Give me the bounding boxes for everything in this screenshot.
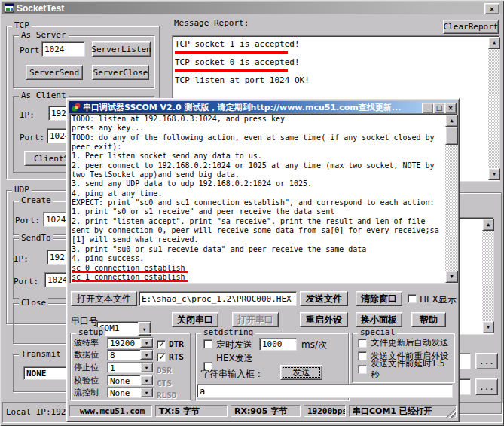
server-close-button[interactable]: ServerClose <box>92 65 149 80</box>
small-panel-button[interactable]: 换小面板 <box>356 312 402 327</box>
setdstring-group-label: setdstring <box>201 327 255 338</box>
sscom-maximize-button[interactable]: □ <box>433 103 445 114</box>
client-ip-label: IP: <box>20 110 35 120</box>
sscom-close-button[interactable]: × <box>444 103 457 114</box>
scroll-up-icon[interactable]: ▲ <box>488 37 500 49</box>
sockettest-titlebar[interactable]: SocketTest × <box>2 2 502 14</box>
send-data-scrollbar[interactable]: ▲ ▼ <box>482 219 493 333</box>
file-path-input[interactable] <box>139 291 297 306</box>
port-open-status: 串口COM1 已经打开 <box>349 405 457 417</box>
open-text-file-button[interactable]: 打开文本文件 <box>71 291 137 306</box>
udp-sendto-label: SendTo <box>19 233 53 244</box>
com-port-label: 串口号 <box>71 315 98 328</box>
rts-checkbox[interactable] <box>157 353 166 362</box>
terminal-line: TODO: do any of the following action, ev… <box>72 133 444 143</box>
browse-button-1[interactable]: ... <box>475 353 498 369</box>
server-send-button[interactable]: ServerSend <box>26 65 83 80</box>
setup-row-value: 8 <box>110 351 141 360</box>
client-port-label: Port: <box>20 133 44 143</box>
string-input-label: 字符串输入框： <box>200 368 264 381</box>
dtr-row[interactable]: DTR <box>157 339 184 349</box>
terminal-area[interactable]: TODO: listen at 192.168.0.3:1024, and pr… <box>69 113 458 284</box>
setup-row-value: None <box>110 376 141 386</box>
scroll-down-icon[interactable]: ▼ <box>482 321 494 333</box>
special-option[interactable]: 发送文件前延时1.5秒 <box>353 363 454 376</box>
setup-row-combobox[interactable]: None▼ <box>107 375 154 386</box>
setup-row-label: 波特率 <box>74 337 107 348</box>
red-underline <box>175 51 288 54</box>
sockettest-close-button[interactable]: × <box>484 3 499 14</box>
setup-row-value: 1 <box>110 363 141 373</box>
chevron-down-icon[interactable]: ▼ <box>140 388 153 397</box>
setup-row-label: 流控制 <box>74 387 107 398</box>
special-option[interactable]: 文件更新后自动发送 <box>353 336 454 350</box>
send-button[interactable]: 发送 <box>280 365 322 380</box>
special-group: special 文件更新后自动发送发送文件前重启外设发送文件前延时1.5秒 <box>352 333 454 382</box>
transmit-protocol-input[interactable] <box>23 366 69 380</box>
chevron-down-icon[interactable]: ▼ <box>140 375 153 385</box>
timed-send-label: 定时发送 <box>216 339 252 351</box>
setup-row-combobox[interactable]: 8▼ <box>107 349 154 360</box>
setup-row: 数据位8▼ <box>71 349 157 362</box>
scroll-down-icon[interactable]: ▼ <box>488 168 500 180</box>
setup-row-value: 19200 <box>110 339 141 348</box>
interval-unit-label: ms/次 <box>301 339 327 351</box>
hex-display-label: HEX显示 <box>420 293 457 306</box>
clear-window-button[interactable]: 清除窗口 <box>356 291 402 306</box>
scroll-up-icon[interactable]: ▲ <box>482 219 494 231</box>
restart-peripheral-button[interactable]: 重启外设 <box>300 312 348 327</box>
help-button[interactable]: 帮助 <box>411 312 446 327</box>
close-port-button[interactable]: 关闭串口 <box>172 312 218 327</box>
terminal-scrollbar[interactable]: ▲ ▼ <box>445 115 457 283</box>
terminal-line: 3. print "su0 or su1 recevie data" and p… <box>72 245 444 254</box>
chevron-down-icon[interactable]: ▼ <box>140 350 153 360</box>
message-report-label: Message Report: <box>174 18 249 28</box>
send-interval-input[interactable] <box>259 338 297 351</box>
message-item[interactable]: TCP listen at port 1024 OK! <box>173 74 487 86</box>
scrollbar-thumb[interactable] <box>445 127 458 145</box>
rts-row[interactable]: RTS <box>157 352 184 362</box>
desktop-screen: SocketTest × TCP As Server Port: ServerL… <box>0 0 504 426</box>
setup-row-combobox[interactable]: None▼ <box>107 387 154 398</box>
special-option-checkbox[interactable] <box>358 365 367 374</box>
tx-status: TX:5 字节 <box>155 405 228 417</box>
dtr-checkbox[interactable] <box>157 340 166 349</box>
send-string-input[interactable] <box>197 384 453 398</box>
baud-status: 19200bps <box>304 405 346 417</box>
browse-button-2[interactable]: ... <box>475 378 498 395</box>
rx-status: RX:905 字节 <box>231 405 301 417</box>
message-report-scrollbar[interactable]: ▲ ▼ <box>488 37 499 180</box>
timed-send-checkbox[interactable] <box>203 339 212 348</box>
as-client-label: As Client <box>19 90 69 101</box>
send-file-button[interactable]: 发送文件 <box>300 291 348 306</box>
server-port-input[interactable] <box>41 41 85 57</box>
setup-group: setup 波特率19200▼数据位8▼停止位1▼校验位None▼流控制None… <box>70 333 191 400</box>
sscom-minimize-button[interactable]: _ <box>422 103 434 114</box>
udp-sendto-ip-label: IP: <box>14 254 29 264</box>
hex-display-checkbox[interactable] <box>408 294 417 303</box>
scroll-up-icon[interactable]: ▲ <box>445 115 458 127</box>
message-item[interactable]: TCP socket 0 is accepted! <box>173 56 487 68</box>
chevron-down-icon[interactable]: ▼ <box>140 363 153 372</box>
terminal-line: 3. send any UDP data to udp 192.168.0.2:… <box>72 179 444 188</box>
server-listen-button[interactable]: ServerListen <box>92 41 151 57</box>
chevron-down-icon[interactable]: ▼ <box>140 338 153 348</box>
clear-report-button[interactable]: ClearReport <box>443 20 499 34</box>
website-status: www.mcu51.com <box>69 405 152 417</box>
special-option-checkbox[interactable] <box>358 351 367 360</box>
setup-row-combobox[interactable]: 19200▼ <box>107 337 154 348</box>
terminal-line: 1. print "s0 or s1 receive" and peer rec… <box>72 207 444 216</box>
sscom-titlebar[interactable]: 串口调试器SSCOM V2.0 测试版，请定期到http://www.mcu51… <box>69 101 457 113</box>
terminal-line: 4. ping at any time. <box>72 189 444 198</box>
sockettest-app-icon <box>5 3 14 13</box>
setup-row-combobox[interactable]: 1▼ <box>107 362 154 373</box>
as-server-label: As Server <box>19 30 69 41</box>
setup-row-value: None <box>110 388 141 398</box>
scroll-down-icon[interactable]: ▼ <box>445 271 458 283</box>
hex-send-label: HEX发送 <box>216 352 253 365</box>
setup-row-label: 停止位 <box>74 362 107 373</box>
terminal-line: TODO: listen at 192.168.0.3:1024, and pr… <box>72 115 444 124</box>
special-option-label: 发送文件前延时1.5秒 <box>371 358 454 381</box>
special-option-checkbox[interactable] <box>358 339 367 348</box>
message-item[interactable]: TCP socket 1 is accepted! <box>173 38 487 50</box>
